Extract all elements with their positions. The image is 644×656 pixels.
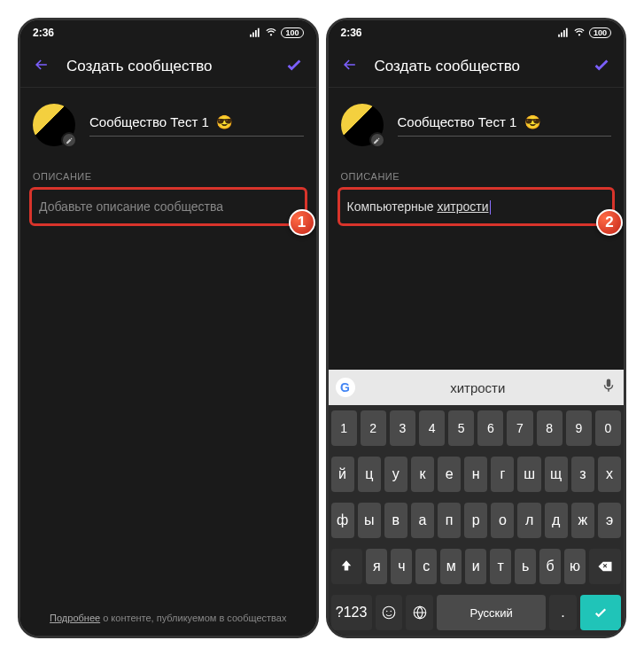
key-5[interactable]: 5 [448,410,474,446]
description-label: ОПИСАНИЕ [20,162,316,187]
key-п[interactable]: п [438,503,461,538]
key-н[interactable]: н [464,457,487,492]
step-badge-1: 1 [289,209,315,236]
period-key[interactable]: . [549,595,577,630]
wifi-icon [265,27,277,39]
key-6[interactable]: 6 [477,410,503,446]
key-3[interactable]: 3 [390,410,415,446]
suggestion-bar: G хитрости [329,370,625,405]
svg-point-0 [383,606,395,619]
key-7[interactable]: 7 [507,410,532,446]
avatar-edit-badge[interactable] [369,132,385,148]
status-bar: 2:36 100 [20,20,316,45]
community-name-row: Сообщество Тест 1 😎 [20,88,316,162]
space-key[interactable]: Русский [437,595,546,630]
key-е[interactable]: е [438,457,461,492]
signal-icon [249,27,261,39]
key-а[interactable]: а [411,503,434,538]
mic-icon[interactable] [601,378,617,397]
symbols-key[interactable]: ?123 [331,595,372,630]
confirm-button[interactable] [284,55,304,78]
wifi-icon [573,27,586,39]
step-badge-2: 2 [596,209,623,236]
key-ф[interactable]: ф [331,503,354,538]
keyboard-row-bottom: ?123 Русский . [329,590,625,636]
enter-key[interactable] [580,595,621,630]
key-х[interactable]: х [598,457,621,492]
key-0[interactable]: 0 [595,410,621,446]
key-1[interactable]: 1 [331,410,357,446]
key-в[interactable]: в [384,503,407,538]
key-л[interactable]: л [517,503,540,538]
pencil-icon [373,137,381,144]
keyboard-row-2: фывапролджэ [329,497,625,543]
key-2[interactable]: 2 [361,410,386,446]
emoji-key[interactable] [376,595,403,630]
svg-point-1 [386,611,388,613]
key-у[interactable]: у [384,457,407,492]
key-г[interactable]: г [491,457,514,492]
description-label: ОПИСАНИЕ [329,162,625,187]
battery-icon: 100 [589,27,611,38]
key-э[interactable]: э [598,503,621,538]
content-area: Сообщество Тест 1 😎 ОПИСАНИЕ Добавьте оп… [20,88,316,636]
key-д[interactable]: д [545,503,568,538]
confirm-button[interactable] [592,55,611,78]
key-4[interactable]: 4 [419,410,445,446]
key-р[interactable]: р [464,503,487,538]
key-щ[interactable]: щ [545,457,568,492]
key-м[interactable]: м [440,549,462,584]
suggestion-text[interactable]: хитрости [364,380,593,395]
key-8[interactable]: 8 [537,410,563,446]
community-avatar[interactable] [33,104,75,146]
key-ю[interactable]: ю [564,549,586,584]
status-bar: 2:36 100 [329,20,625,45]
back-button[interactable] [33,56,50,77]
app-header: Создать сообщество [20,45,316,88]
key-с[interactable]: с [415,549,437,584]
footer-link-row: Подробнее о контенте, публикуемом в сооб… [20,613,316,623]
keyboard-row-3: ячсмитьбю [329,543,625,590]
community-name-input[interactable]: Сообщество Тест 1 😎 [398,114,612,137]
back-button[interactable] [341,56,359,77]
key-ш[interactable]: ш [517,457,540,492]
globe-key[interactable] [406,595,433,630]
status-time: 2:36 [33,27,54,39]
key-ь[interactable]: ь [515,549,536,584]
key-ж[interactable]: ж [571,503,594,538]
emoji-icon: 😎 [216,114,233,130]
description-field-highlighted[interactable]: Компьютерные хитрости 2 [338,187,616,226]
more-link[interactable]: Подробнее [50,613,100,623]
phone-screen-2: 2:36 100 Создать сообщество Сообщество Т… [326,18,627,638]
keyboard: G хитрости 1234567890 йцукенгшщзх фывапр… [329,370,625,636]
key-ч[interactable]: ч [391,549,412,584]
key-ц[interactable]: ц [358,457,381,492]
emoji-icon: 😎 [524,114,541,130]
keyboard-row-1: йцукенгшщзх [329,451,625,497]
key-о[interactable]: о [491,503,514,538]
signal-icon [557,27,570,39]
battery-icon: 100 [281,27,303,38]
community-avatar[interactable] [341,104,384,146]
keyboard-row-numbers: 1234567890 [329,405,625,451]
avatar-edit-badge[interactable] [61,132,77,148]
key-з[interactable]: з [571,457,594,492]
key-й[interactable]: й [331,457,354,492]
key-ы[interactable]: ы [358,503,381,538]
key-к[interactable]: к [411,457,434,492]
community-name-input[interactable]: Сообщество Тест 1 😎 [89,114,304,137]
description-text: Компьютерные хитрости [347,199,492,214]
shift-key[interactable] [331,549,363,584]
content-area: Сообщество Тест 1 😎 ОПИСАНИЕ Компьютерны… [329,88,625,636]
google-icon[interactable]: G [336,378,355,397]
key-я[interactable]: я [366,549,387,584]
key-и[interactable]: и [465,549,486,584]
key-б[interactable]: б [539,549,561,584]
backspace-key[interactable] [589,549,621,584]
status-icons: 100 [249,27,303,39]
description-field-highlighted[interactable]: Добавьте описание сообщества 1 [29,187,307,226]
phone-screen-1: 2:36 100 Создать сообщество Сообщество Т… [18,18,319,638]
key-9[interactable]: 9 [566,410,592,446]
key-т[interactable]: т [490,549,511,584]
community-name-row: Сообщество Тест 1 😎 [329,88,625,162]
